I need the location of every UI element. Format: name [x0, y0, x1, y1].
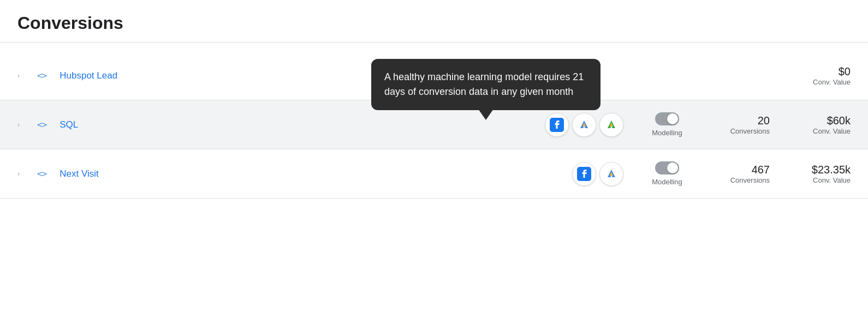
conv-value-next-visit: $23.35k Conv. Value — [796, 164, 851, 184]
tooltip-overlay: A healthy machine learning model require… — [371, 59, 601, 110]
toggle-thumb-sql — [667, 113, 678, 124]
modelling-sql: Modelling — [645, 112, 689, 137]
conversions-metric-next-visit: 467 Conversions — [715, 164, 770, 184]
tooltip-box: A healthy machine learning model require… — [371, 59, 601, 110]
conv-value-amount-sql: $60k — [827, 115, 851, 127]
row-name-sql[interactable]: SQL — [60, 119, 169, 130]
expand-arrow-hubspot[interactable]: › — [17, 72, 28, 80]
platform-icons-sql — [545, 113, 623, 137]
facebook-icon-sql — [545, 113, 569, 137]
google-ads-blue-icon-next-visit — [599, 162, 623, 186]
code-icon-hubspot[interactable]: <> — [37, 70, 46, 81]
expand-arrow-next-visit[interactable]: › — [17, 170, 28, 178]
tooltip-arrow — [478, 109, 494, 120]
expand-arrow-sql[interactable]: › — [17, 121, 28, 129]
conv-value-label-next-visit: Conv. Value — [813, 176, 851, 184]
conv-value-sql: $60k Conv. Value — [796, 115, 851, 135]
conv-value-hubspot: $0 Conv. Value — [796, 65, 851, 86]
conversions-label-next-visit: Conversions — [730, 176, 770, 184]
modelling-next-visit: Modelling — [645, 161, 689, 186]
row-name-hubspot[interactable]: Hubspot Lead — [60, 70, 169, 81]
row-name-next-visit[interactable]: Next Visit — [60, 168, 169, 179]
toggle-thumb-next-visit — [667, 162, 678, 173]
google-ads-green-icon-sql — [599, 113, 623, 137]
content-area: A healthy machine learning model require… — [0, 43, 868, 207]
platform-icons-next-visit — [572, 162, 623, 186]
conversions-metric-sql: 20 Conversions — [715, 115, 770, 135]
conv-value-label-hubspot: Conv. Value — [813, 78, 851, 86]
modelling-toggle-sql[interactable] — [655, 112, 679, 125]
page-title: Conversions — [17, 13, 851, 33]
code-icon-next-visit[interactable]: <> — [37, 168, 46, 179]
tooltip-text: A healthy machine learning model require… — [384, 71, 584, 97]
row-next-visit: › <> Next Visit — [0, 149, 868, 198]
page-header: Conversions — [0, 0, 868, 43]
code-icon-sql[interactable]: <> — [37, 119, 46, 130]
conv-value-amount-hubspot: $0 — [839, 65, 851, 78]
conversions-value-next-visit: 467 — [752, 164, 770, 176]
conv-value-amount-next-visit: $23.35k — [812, 164, 851, 176]
conv-value-label-sql: Conv. Value — [813, 127, 851, 135]
modelling-toggle-next-visit[interactable] — [655, 161, 679, 174]
modelling-label-next-visit: Modelling — [652, 178, 682, 186]
modelling-label-sql: Modelling — [652, 129, 682, 137]
google-ads-blue-icon-sql — [572, 113, 596, 137]
facebook-icon-next-visit — [572, 162, 596, 186]
conversions-label-sql: Conversions — [730, 127, 770, 135]
conversions-value-sql: 20 — [758, 115, 770, 127]
